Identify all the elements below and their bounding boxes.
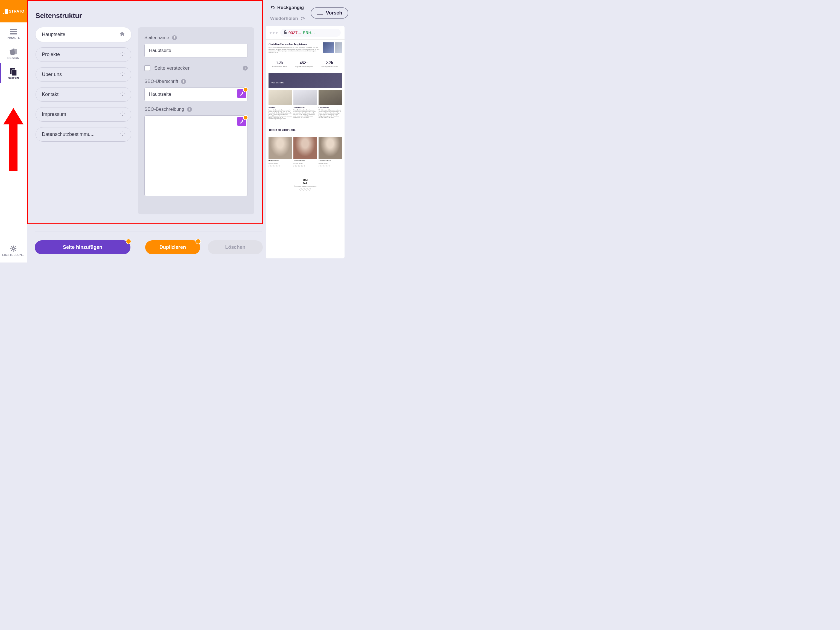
move-icon	[120, 51, 125, 58]
svg-rect-12	[284, 32, 287, 34]
info-icon[interactable]: i	[243, 66, 248, 71]
hide-page-checkbox[interactable]	[144, 65, 150, 71]
nav-label: EINSTELLUN...	[2, 253, 25, 256]
undo-icon	[270, 6, 275, 9]
top-toolbar: Rückgängig Wiederholen Vorsch	[262, 0, 350, 26]
preview-footer: MM Woh © Copyright. Alle Rechte vorbehal…	[268, 175, 342, 193]
pages-icon	[9, 68, 17, 76]
design-icon	[9, 47, 17, 56]
preview-url-pill: 9327... ERH...	[280, 29, 341, 36]
svg-point-9	[12, 248, 14, 249]
preview-cards: KonzeptUnsere Kunden stehen bei uns imme…	[268, 90, 342, 120]
preview-button[interactable]: Vorsch	[311, 7, 348, 19]
page-item-ueber-uns[interactable]: Über uns	[36, 67, 131, 82]
gear-icon	[9, 245, 17, 253]
page-item-impressum[interactable]: Impressum	[36, 107, 131, 122]
svg-rect-6	[12, 48, 17, 54]
page-detail-panel: Seitenname i Seite verstecken i SEO-Über…	[138, 27, 254, 215]
preview-hero-image	[323, 43, 334, 53]
annotation-arrow	[3, 108, 24, 171]
preview-icon	[317, 11, 323, 16]
svg-rect-11	[319, 15, 321, 15]
ai-magic-button[interactable]	[237, 89, 246, 98]
info-icon[interactable]: i	[172, 35, 177, 40]
delete-button[interactable]: Löschen	[208, 240, 263, 254]
svg-rect-2	[10, 29, 17, 30]
svg-rect-10	[317, 11, 323, 15]
preview-stats: 1.2kKommerzielle Büros 452+Abgeschlossen…	[268, 57, 342, 73]
preview-hero-text: Set ut omnis eiusmod. Stet neque no cum.…	[268, 47, 321, 53]
hide-page-label: Seite verstecken	[154, 65, 239, 71]
wand-icon	[239, 91, 244, 96]
move-icon	[120, 111, 125, 118]
nav-inhalte[interactable]: INHALTE	[0, 22, 27, 43]
wand-icon	[239, 119, 244, 124]
svg-rect-1	[5, 9, 8, 14]
nav-label: INHALTE	[7, 36, 20, 39]
move-icon	[120, 71, 125, 77]
page-item-datenschutz[interactable]: Datenschutzbestimmu...	[36, 127, 131, 142]
preview-team: Michael ReedFounder & CEO Jennifer Smith…	[268, 137, 342, 167]
page-name-label: Seitenname i	[144, 35, 248, 41]
preview-url-number: 9327...	[289, 30, 301, 35]
divider	[35, 232, 262, 232]
preview-team-title: Treffen Sie unser Team	[268, 128, 342, 131]
move-icon	[120, 91, 125, 98]
nav-label: SEITEN	[8, 77, 19, 80]
nav-design[interactable]: DESIGN	[0, 43, 27, 63]
home-icon	[120, 32, 125, 38]
redo-icon	[300, 17, 305, 21]
seo-title-input[interactable]	[144, 87, 248, 101]
preview-band: Was wir tun?	[268, 73, 342, 88]
ai-magic-button[interactable]	[237, 117, 246, 126]
panel-title: Seitenstruktur	[36, 12, 254, 20]
undo-button[interactable]: Rückgängig	[268, 4, 307, 11]
logo: STRATO	[0, 0, 27, 22]
svg-rect-3	[10, 31, 17, 32]
lock-icon	[284, 30, 287, 35]
preview-hero-image	[335, 43, 342, 53]
preview-url-status: ERH...	[303, 30, 315, 35]
page-structure-panel: Seitenstruktur Hauptseite Projekte Über …	[27, 0, 263, 224]
page-item-hauptseite[interactable]: Hauptseite	[36, 27, 131, 42]
svg-rect-4	[10, 33, 17, 35]
info-icon[interactable]: i	[187, 107, 192, 112]
page-item-projekte[interactable]: Projekte	[36, 47, 131, 62]
add-page-button[interactable]: Seite hinzufügen	[35, 240, 130, 254]
content-icon	[9, 27, 17, 36]
seo-desc-label: SEO-Beschreibung i	[144, 107, 248, 112]
seo-desc-input[interactable]	[144, 115, 248, 196]
page-name-input[interactable]	[144, 44, 248, 57]
redo-button[interactable]: Wiederholen	[268, 15, 307, 22]
logo-icon	[3, 9, 8, 14]
preview-hero-title: Gestalten.Entwerfen. Inspirieren	[268, 43, 321, 46]
svg-rect-8	[12, 70, 17, 76]
nav-label: DESIGN	[7, 56, 19, 60]
preview-pane: 9327... ERH... Gestalten.Entwerfen. Insp…	[266, 26, 344, 258]
nav-seiten[interactable]: SEITEN	[0, 63, 27, 83]
page-list: Hauptseite Projekte Über uns Kontakt Imp…	[36, 27, 131, 215]
seo-title-label: SEO-Überschrift i	[144, 79, 248, 84]
nav-einstellungen[interactable]: EINSTELLUN...	[0, 240, 27, 260]
page-item-kontakt[interactable]: Kontakt	[36, 87, 131, 102]
info-icon[interactable]: i	[181, 79, 186, 84]
svg-rect-0	[3, 9, 4, 14]
preview-urlbar: 9327... ERH...	[266, 26, 344, 39]
move-icon	[120, 131, 125, 137]
duplicate-button[interactable]: Duplizieren	[145, 240, 200, 254]
preview-content[interactable]: Gestalten.Entwerfen. Inspirieren Set ut …	[266, 39, 344, 196]
bottom-button-bar: Seite hinzufügen Duplizieren Löschen	[35, 240, 263, 254]
